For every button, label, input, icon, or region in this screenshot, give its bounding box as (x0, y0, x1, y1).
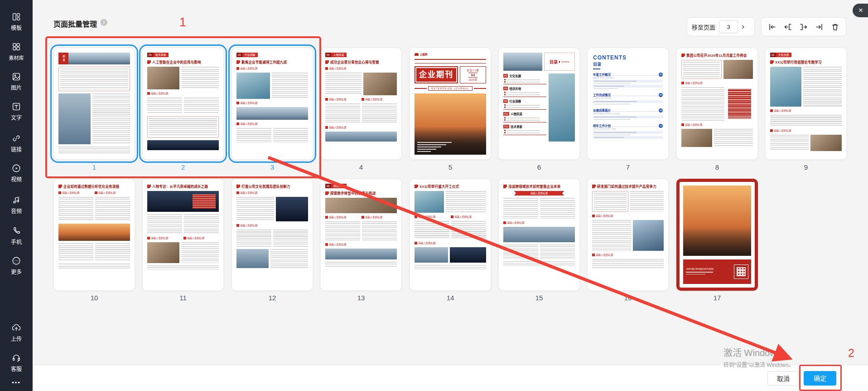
entry-line (594, 117, 637, 117)
badge-text: 人物风采 (331, 53, 347, 57)
page-thumbnail-8[interactable]: 集团公司召开2020年11月月度工作例会请输入您的标题请输入您的标题 (676, 48, 758, 160)
subheading-icon (681, 82, 684, 84)
page-thumbnail-12[interactable]: 打造公司文化氛围及团队创新力请输入您的标题请输入您的标题 (231, 179, 313, 291)
thumb-text-lines (325, 73, 362, 95)
page-thumbnail-3[interactable]: 03行业洞察聚焦企业节能减排工作超九成请输入您的标题请输入您的标题请输入您的标题 (231, 48, 313, 160)
sidebar-more-dots[interactable]: ••• (0, 379, 33, 386)
sidebar-item-link[interactable]: 链接 (0, 133, 33, 153)
sidebar-item-template[interactable]: 模板 (0, 12, 33, 31)
subheading-icon (592, 254, 595, 256)
subheading-icon (325, 67, 328, 70)
sidebar-item-more[interactable]: 更多 (0, 256, 33, 275)
page-thumbnail-7[interactable]: CONTENTS目录年度工作概况04ANNUAL WORK OVERVIEW工作… (587, 48, 669, 160)
badge-number: 03 (236, 53, 242, 57)
page-thumbnail-15[interactable]: 浅谈跨领域技术如何塑造企业未来请输入您的标题请输入您的标题 (498, 179, 580, 291)
doc-icon (325, 191, 329, 195)
doc-icon (58, 185, 62, 188)
entry-line (594, 119, 631, 120)
move-forward-button[interactable] (798, 21, 810, 33)
subheading-text: 请输入您的标题 (329, 243, 347, 246)
sidebar-item-image[interactable]: 图片 (0, 72, 33, 91)
thumb-photo (236, 73, 270, 99)
sidebar-item-audio[interactable]: 音频 (0, 195, 33, 215)
close-button[interactable]: × (853, 4, 868, 17)
toc-item[interactable]: P6培训天地 (503, 86, 546, 97)
bullet (504, 94, 506, 95)
toc-item[interactable]: P12技术革新 (503, 124, 546, 135)
contents-row (593, 88, 663, 90)
cancel-button[interactable]: 取消 (767, 371, 799, 386)
subheading-text: 请输入您的标题 (418, 215, 436, 219)
toc-item[interactable]: P8行业洞察 (503, 99, 546, 110)
cover-year: 202X年 (469, 78, 477, 82)
thumb-row (770, 67, 842, 107)
subheading-text: 请输入您的标题 (685, 123, 703, 127)
page-thumbnail-11[interactable]: 人物专访：从平凡到卓越的成长之路请输入您的标题请输入您的标题 (142, 179, 224, 291)
toc-item-rule (503, 109, 546, 110)
subheading-text: 请输入您的标题 (774, 129, 791, 132)
thumb-text-lines (803, 67, 842, 107)
subheading-text: 请输入您的标题 (596, 253, 613, 257)
page-thumbnail-14[interactable]: XX公司举行盛大开工仪式请输入您的标题请输入您的标题请输入您的标题 (410, 179, 491, 291)
thumb-photo (147, 242, 179, 263)
thumb-text-lines (58, 147, 130, 154)
confirm-button[interactable]: 确定 (804, 371, 836, 386)
sidebar-item-video[interactable]: 视频 (0, 163, 33, 183)
bullet (504, 132, 506, 133)
badge-number: 05 (147, 53, 153, 57)
sidebar-item-assets[interactable]: 素材库 (0, 42, 33, 61)
page-thumbnail-10[interactable]: 企业如何通过数据分析优化业务流程请输入您的标题请输入您的标题 (53, 179, 135, 291)
page-thumbnail-17[interactable]: *本期刊图片素材版权归原作者所有 (676, 179, 758, 291)
cover-photo (415, 93, 486, 155)
go-to-page-button[interactable]: › (742, 22, 744, 31)
page-number-label: 11 (142, 294, 224, 302)
delete-button[interactable] (829, 21, 841, 33)
page-thumbnail-6[interactable]: 目录ContentsP4文化长廊P6培训天地P8行业洞察P10人物风采P12技术… (498, 48, 580, 160)
page-thumbnail-1[interactable]: 前言 (53, 48, 135, 160)
toc-item[interactable]: P4文化长廊 (503, 73, 546, 84)
windows-watermark: 激活 Windows 转到“设置”以激活 Windows。 (723, 346, 794, 368)
page-thumbnail-9[interactable]: 01文化长廊XX公司举行党组理论专题学习请输入您的标题请输入您的标题 (765, 48, 847, 160)
move-to-first-button[interactable] (766, 21, 778, 33)
thumb-text-lines (770, 135, 809, 151)
thumb-outline-box (58, 67, 130, 91)
page-thumbnail-16[interactable]: 研发部门如何通过技术提升产品竞争力请输入您的标题请输入您的标题 (587, 179, 669, 291)
thumb-text-lines (273, 230, 308, 247)
thumb-row (58, 93, 130, 144)
thumb-subheading: 请输入您的标题 (236, 101, 308, 105)
page-thumbnail-13[interactable]: 02培训天地探索数字转型中的机遇与挑战请输入您的标题请输入您的标题请输入您的标题 (320, 179, 402, 291)
bullet (504, 104, 506, 106)
sidebar-item-service[interactable]: 客服 (0, 353, 33, 372)
subheading-text: 请输入您的标题 (62, 191, 80, 195)
move-backward-button[interactable] (782, 21, 794, 33)
thumb-columns (415, 221, 486, 239)
caption-line (417, 149, 436, 150)
page-number-label: 15 (498, 294, 580, 302)
subheading-icon (681, 123, 684, 126)
sidebar-item-phone[interactable]: 手机 (0, 226, 33, 245)
move-to-last-button[interactable] (814, 21, 825, 33)
sidebar-item-text[interactable]: 文字 (0, 102, 33, 121)
page-thumbnail-2[interactable]: 05技术革新人工智能在企业中的应用与影响请输入您的标题 (142, 48, 224, 160)
note-line (686, 274, 705, 275)
thumb-text-lines (540, 244, 575, 259)
thumb-text-lines (58, 197, 93, 221)
entry-line (594, 86, 624, 87)
info-icon[interactable]: i (101, 19, 107, 26)
thumb-text-lines (681, 87, 724, 121)
subheading-text: 请输入您的标题 (240, 101, 258, 105)
thumb-subheading: 请输入您的标题 (362, 98, 396, 101)
thumb-photo (68, 53, 130, 64)
thumb-columns (147, 98, 219, 114)
page-thumbnail-4[interactable]: 04人物风采成功企业家分享创业心得与智慧请输入您的标题请输入您的标题请输入您的标… (320, 48, 402, 160)
toc-item[interactable]: P10人物风采 (503, 112, 546, 122)
page-thumbnail-5[interactable]: 云图网企业期刊总第12期04202X年ENTERPRISE JOURNAL (410, 48, 491, 160)
thumb-subheading: 请输入您的标题 (681, 123, 753, 127)
contents-section-en: PERFORMANCE RESULTS DISPLAY (593, 113, 663, 115)
thumb-subheading: 请输入您的标题 (362, 215, 396, 219)
page-number-input[interactable] (719, 20, 738, 33)
toc-header-box: 目录Contents (544, 53, 575, 71)
sidebar-item-upload[interactable]: 上传 (0, 323, 33, 342)
thumb-subheading: 请输入您的标题 (236, 67, 308, 70)
doc-icon (503, 185, 507, 188)
